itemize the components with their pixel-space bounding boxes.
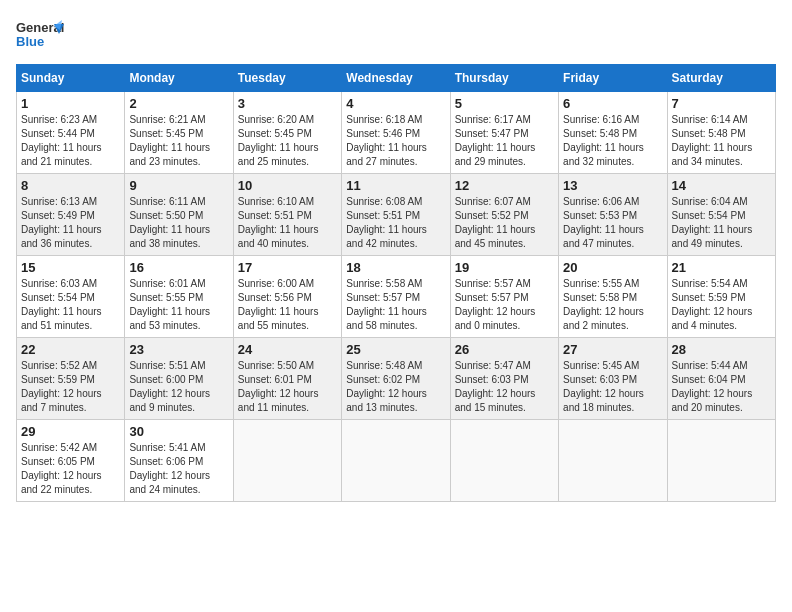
sunrise-label: Sunrise: 6:21 AM bbox=[129, 114, 205, 125]
calendar-week-3: 15 Sunrise: 6:03 AM Sunset: 5:54 PM Dayl… bbox=[17, 256, 776, 338]
day-info: Sunrise: 5:58 AM Sunset: 5:57 PM Dayligh… bbox=[346, 277, 445, 333]
daylight-label: Daylight: 12 hours and 20 minutes. bbox=[672, 388, 753, 413]
sunrise-label: Sunrise: 6:20 AM bbox=[238, 114, 314, 125]
day-info: Sunrise: 6:18 AM Sunset: 5:46 PM Dayligh… bbox=[346, 113, 445, 169]
daylight-label: Daylight: 12 hours and 15 minutes. bbox=[455, 388, 536, 413]
day-info: Sunrise: 5:51 AM Sunset: 6:00 PM Dayligh… bbox=[129, 359, 228, 415]
day-number: 10 bbox=[238, 178, 337, 193]
calendar-cell: 22 Sunrise: 5:52 AM Sunset: 5:59 PM Dayl… bbox=[17, 338, 125, 420]
sunrise-label: Sunrise: 5:48 AM bbox=[346, 360, 422, 371]
day-number: 5 bbox=[455, 96, 554, 111]
calendar-cell: 1 Sunrise: 6:23 AM Sunset: 5:44 PM Dayli… bbox=[17, 92, 125, 174]
calendar-cell: 11 Sunrise: 6:08 AM Sunset: 5:51 PM Dayl… bbox=[342, 174, 450, 256]
calendar-cell bbox=[559, 420, 667, 502]
day-number: 12 bbox=[455, 178, 554, 193]
day-number: 17 bbox=[238, 260, 337, 275]
sunrise-label: Sunrise: 5:51 AM bbox=[129, 360, 205, 371]
day-info: Sunrise: 6:13 AM Sunset: 5:49 PM Dayligh… bbox=[21, 195, 120, 251]
sunset-label: Sunset: 5:56 PM bbox=[238, 292, 312, 303]
day-number: 6 bbox=[563, 96, 662, 111]
logo-icon: General Blue bbox=[16, 16, 64, 56]
sunset-label: Sunset: 5:55 PM bbox=[129, 292, 203, 303]
day-info: Sunrise: 5:42 AM Sunset: 6:05 PM Dayligh… bbox=[21, 441, 120, 497]
sunrise-label: Sunrise: 5:41 AM bbox=[129, 442, 205, 453]
sunrise-label: Sunrise: 5:42 AM bbox=[21, 442, 97, 453]
calendar-cell: 16 Sunrise: 6:01 AM Sunset: 5:55 PM Dayl… bbox=[125, 256, 233, 338]
day-number: 15 bbox=[21, 260, 120, 275]
calendar-cell: 21 Sunrise: 5:54 AM Sunset: 5:59 PM Dayl… bbox=[667, 256, 775, 338]
day-info: Sunrise: 6:03 AM Sunset: 5:54 PM Dayligh… bbox=[21, 277, 120, 333]
day-number: 7 bbox=[672, 96, 771, 111]
daylight-label: Daylight: 12 hours and 9 minutes. bbox=[129, 388, 210, 413]
calendar-cell: 7 Sunrise: 6:14 AM Sunset: 5:48 PM Dayli… bbox=[667, 92, 775, 174]
sunset-label: Sunset: 5:58 PM bbox=[563, 292, 637, 303]
sunset-label: Sunset: 6:02 PM bbox=[346, 374, 420, 385]
day-info: Sunrise: 6:00 AM Sunset: 5:56 PM Dayligh… bbox=[238, 277, 337, 333]
day-info: Sunrise: 6:08 AM Sunset: 5:51 PM Dayligh… bbox=[346, 195, 445, 251]
sunrise-label: Sunrise: 6:10 AM bbox=[238, 196, 314, 207]
sunset-label: Sunset: 6:03 PM bbox=[455, 374, 529, 385]
sunset-label: Sunset: 6:01 PM bbox=[238, 374, 312, 385]
sunset-label: Sunset: 5:52 PM bbox=[455, 210, 529, 221]
sunrise-label: Sunrise: 6:03 AM bbox=[21, 278, 97, 289]
sunrise-label: Sunrise: 5:50 AM bbox=[238, 360, 314, 371]
daylight-label: Daylight: 11 hours and 36 minutes. bbox=[21, 224, 102, 249]
daylight-label: Daylight: 11 hours and 32 minutes. bbox=[563, 142, 644, 167]
sunrise-label: Sunrise: 5:44 AM bbox=[672, 360, 748, 371]
daylight-label: Daylight: 11 hours and 40 minutes. bbox=[238, 224, 319, 249]
column-header-tuesday: Tuesday bbox=[233, 65, 341, 92]
calendar-cell: 28 Sunrise: 5:44 AM Sunset: 6:04 PM Dayl… bbox=[667, 338, 775, 420]
svg-text:Blue: Blue bbox=[16, 34, 44, 49]
day-info: Sunrise: 6:10 AM Sunset: 5:51 PM Dayligh… bbox=[238, 195, 337, 251]
daylight-label: Daylight: 11 hours and 27 minutes. bbox=[346, 142, 427, 167]
day-info: Sunrise: 5:45 AM Sunset: 6:03 PM Dayligh… bbox=[563, 359, 662, 415]
sunset-label: Sunset: 5:47 PM bbox=[455, 128, 529, 139]
day-info: Sunrise: 6:04 AM Sunset: 5:54 PM Dayligh… bbox=[672, 195, 771, 251]
sunset-label: Sunset: 6:05 PM bbox=[21, 456, 95, 467]
daylight-label: Daylight: 11 hours and 47 minutes. bbox=[563, 224, 644, 249]
calendar-cell: 6 Sunrise: 6:16 AM Sunset: 5:48 PM Dayli… bbox=[559, 92, 667, 174]
daylight-label: Daylight: 12 hours and 7 minutes. bbox=[21, 388, 102, 413]
sunrise-label: Sunrise: 6:07 AM bbox=[455, 196, 531, 207]
daylight-label: Daylight: 12 hours and 18 minutes. bbox=[563, 388, 644, 413]
sunset-label: Sunset: 5:59 PM bbox=[21, 374, 95, 385]
calendar-cell: 3 Sunrise: 6:20 AM Sunset: 5:45 PM Dayli… bbox=[233, 92, 341, 174]
sunrise-label: Sunrise: 6:14 AM bbox=[672, 114, 748, 125]
day-info: Sunrise: 6:23 AM Sunset: 5:44 PM Dayligh… bbox=[21, 113, 120, 169]
day-number: 18 bbox=[346, 260, 445, 275]
daylight-label: Daylight: 12 hours and 2 minutes. bbox=[563, 306, 644, 331]
daylight-label: Daylight: 12 hours and 11 minutes. bbox=[238, 388, 319, 413]
daylight-label: Daylight: 11 hours and 21 minutes. bbox=[21, 142, 102, 167]
day-number: 16 bbox=[129, 260, 228, 275]
daylight-label: Daylight: 12 hours and 13 minutes. bbox=[346, 388, 427, 413]
day-info: Sunrise: 5:54 AM Sunset: 5:59 PM Dayligh… bbox=[672, 277, 771, 333]
calendar-cell: 26 Sunrise: 5:47 AM Sunset: 6:03 PM Dayl… bbox=[450, 338, 558, 420]
day-number: 13 bbox=[563, 178, 662, 193]
calendar-cell: 20 Sunrise: 5:55 AM Sunset: 5:58 PM Dayl… bbox=[559, 256, 667, 338]
daylight-label: Daylight: 12 hours and 0 minutes. bbox=[455, 306, 536, 331]
sunrise-label: Sunrise: 6:13 AM bbox=[21, 196, 97, 207]
calendar-cell: 19 Sunrise: 5:57 AM Sunset: 5:57 PM Dayl… bbox=[450, 256, 558, 338]
column-header-saturday: Saturday bbox=[667, 65, 775, 92]
sunset-label: Sunset: 5:53 PM bbox=[563, 210, 637, 221]
sunset-label: Sunset: 6:04 PM bbox=[672, 374, 746, 385]
sunrise-label: Sunrise: 6:00 AM bbox=[238, 278, 314, 289]
sunset-label: Sunset: 5:51 PM bbox=[346, 210, 420, 221]
day-info: Sunrise: 5:55 AM Sunset: 5:58 PM Dayligh… bbox=[563, 277, 662, 333]
daylight-label: Daylight: 12 hours and 24 minutes. bbox=[129, 470, 210, 495]
calendar-cell: 9 Sunrise: 6:11 AM Sunset: 5:50 PM Dayli… bbox=[125, 174, 233, 256]
day-number: 25 bbox=[346, 342, 445, 357]
calendar-cell: 15 Sunrise: 6:03 AM Sunset: 5:54 PM Dayl… bbox=[17, 256, 125, 338]
sunrise-label: Sunrise: 6:06 AM bbox=[563, 196, 639, 207]
sunrise-label: Sunrise: 5:45 AM bbox=[563, 360, 639, 371]
sunrise-label: Sunrise: 5:47 AM bbox=[455, 360, 531, 371]
column-header-thursday: Thursday bbox=[450, 65, 558, 92]
sunset-label: Sunset: 5:45 PM bbox=[238, 128, 312, 139]
calendar-cell: 25 Sunrise: 5:48 AM Sunset: 6:02 PM Dayl… bbox=[342, 338, 450, 420]
sunrise-label: Sunrise: 6:11 AM bbox=[129, 196, 205, 207]
sunrise-label: Sunrise: 5:57 AM bbox=[455, 278, 531, 289]
daylight-label: Daylight: 11 hours and 53 minutes. bbox=[129, 306, 210, 331]
day-number: 29 bbox=[21, 424, 120, 439]
calendar-week-4: 22 Sunrise: 5:52 AM Sunset: 5:59 PM Dayl… bbox=[17, 338, 776, 420]
sunset-label: Sunset: 5:57 PM bbox=[346, 292, 420, 303]
